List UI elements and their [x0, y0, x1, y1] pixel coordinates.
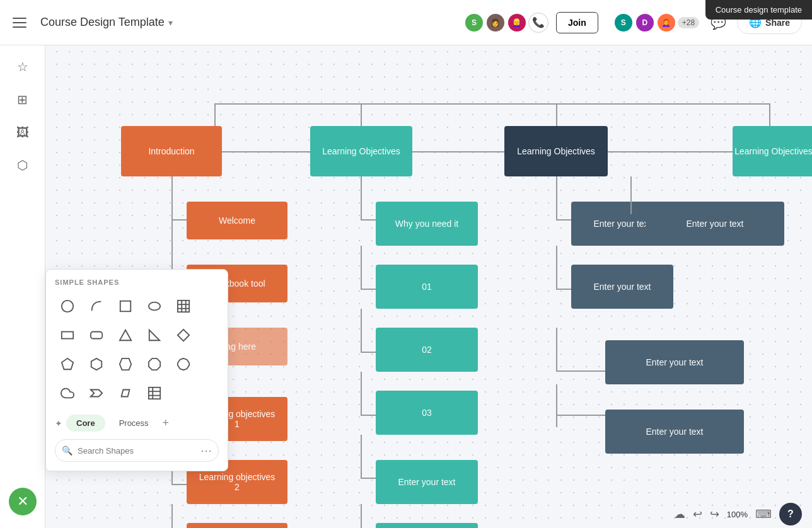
shapes-tool[interactable]: ⬡: [9, 151, 37, 179]
shape-chevron[interactable]: [84, 381, 109, 406]
enter2-node[interactable]: Enter your text: [376, 523, 478, 528]
cv-01: [361, 246, 362, 289]
help-button[interactable]: ?: [779, 503, 802, 525]
shape-rounded-rect[interactable]: [84, 323, 109, 348]
more-options-icon[interactable]: ⋯: [200, 444, 212, 457]
lo2-label: Learning Objectives: [517, 146, 595, 156]
close-button[interactable]: ✕: [9, 488, 37, 515]
welcome-node[interactable]: Welcome: [187, 202, 287, 239]
shape-triangle[interactable]: [113, 323, 138, 348]
svg-marker-11: [149, 330, 160, 341]
lo-item2-label: Learning objectives 2: [199, 472, 276, 492]
search-row: 🔍 ⋯: [55, 439, 219, 462]
intro-label: Introduction: [148, 146, 194, 156]
keyboard-icon[interactable]: ⌨: [755, 507, 772, 521]
left-sidebar: ☆ ⊞ 🖼 ⬡: [0, 45, 45, 528]
shape-hex2[interactable]: [113, 352, 138, 377]
enter6-node[interactable]: Enter your text: [605, 410, 744, 454]
lo3-node[interactable]: Learning Objectives: [733, 126, 812, 176]
why-node[interactable]: Why you need it: [376, 202, 478, 246]
svg-rect-9: [91, 332, 102, 339]
redo-icon[interactable]: ↪: [710, 507, 719, 521]
svg-marker-19: [122, 390, 130, 397]
shapes-tabs: ✦ Core Process +: [55, 415, 219, 432]
shape-octagon[interactable]: [142, 352, 167, 377]
shape-decagon[interactable]: [171, 352, 196, 377]
n02-node[interactable]: 02: [376, 328, 478, 372]
svg-rect-3: [178, 301, 189, 312]
enter1-node[interactable]: Enter your text: [376, 460, 478, 504]
tab-wand-icon[interactable]: ✦: [55, 418, 62, 428]
shape-grid[interactable]: [171, 294, 196, 319]
svg-rect-20: [149, 387, 160, 399]
cv-e3-3: [556, 328, 557, 370]
cv-top-big: [630, 176, 632, 214]
shape-table[interactable]: [142, 381, 167, 406]
n03-label: 03: [422, 408, 432, 418]
cv-et2: [361, 504, 362, 528]
search-input[interactable]: [78, 446, 195, 456]
svg-point-0: [62, 301, 73, 312]
svg-marker-10: [120, 330, 131, 341]
shape-diamond[interactable]: [171, 323, 196, 348]
cv-e3-1: [556, 176, 557, 219]
shape-rect[interactable]: [55, 323, 80, 348]
core-tab[interactable]: Core: [66, 415, 105, 432]
intro-node[interactable]: Introduction: [121, 126, 222, 176]
avatar-c: S: [613, 13, 634, 33]
svg-marker-12: [178, 330, 189, 341]
cv-lo3: [171, 504, 173, 528]
connector-h2: [410, 151, 511, 152]
shape-pentagon[interactable]: [55, 352, 80, 377]
enter7-label: Enter your text: [686, 219, 743, 229]
shape-circle[interactable]: [55, 294, 80, 319]
shape-right-triangle[interactable]: [142, 323, 167, 348]
enter7-node[interactable]: Enter your text: [646, 202, 784, 246]
shapes-grid: [55, 294, 219, 406]
svg-marker-18: [91, 390, 102, 397]
svg-marker-15: [120, 359, 131, 370]
shapes-panel: SIMPLE SHAPES ✦: [45, 269, 228, 471]
lo-item3-node[interactable]: Learning objectives 3: [187, 523, 287, 528]
n01-node[interactable]: 01: [376, 265, 478, 309]
shape-hexagon[interactable]: [84, 352, 109, 377]
shape-ellipse[interactable]: [142, 294, 167, 319]
enter4-label: Enter your text: [593, 282, 651, 292]
join-button[interactable]: Join: [556, 12, 598, 33]
canvas: Introduction Learning Objectives Learnin…: [0, 45, 812, 528]
add-tab-icon[interactable]: +: [163, 416, 170, 430]
svg-marker-13: [62, 359, 73, 369]
welcome-label: Welcome: [219, 215, 255, 226]
svg-rect-8: [62, 332, 73, 339]
header: Course Design Template ▾ S 👩 👱‍♀️ 📞 Join…: [0, 0, 812, 45]
shape-arc[interactable]: [84, 294, 109, 319]
svg-marker-16: [149, 359, 160, 370]
grid-tool[interactable]: ⊞: [9, 86, 37, 113]
why-label: Why you need it: [395, 219, 458, 229]
lo2-node[interactable]: Learning Objectives: [504, 126, 608, 176]
collaborators-left: S 👩 👱‍♀️ 📞: [464, 13, 548, 33]
n02-label: 02: [422, 345, 432, 355]
shape-cloud[interactable]: [55, 381, 80, 406]
svg-marker-14: [91, 359, 102, 370]
enter4-node[interactable]: Enter your text: [571, 265, 673, 309]
enter5-node[interactable]: Enter your text: [605, 340, 744, 384]
image-tool[interactable]: 🖼: [9, 118, 37, 146]
n03-node[interactable]: 03: [376, 391, 478, 435]
lo1-node[interactable]: Learning Objectives: [310, 126, 412, 176]
star-tool[interactable]: ☆: [9, 53, 37, 81]
enter3-label: Enter your text: [593, 219, 651, 229]
title-dropdown-icon[interactable]: ▾: [168, 18, 173, 28]
cloud-icon[interactable]: ☁: [674, 507, 685, 521]
hamburger-menu[interactable]: [10, 11, 33, 34]
phone-icon[interactable]: 📞: [528, 13, 548, 33]
process-tab[interactable]: Process: [109, 415, 159, 432]
document-title: Course Design Template ▾: [40, 16, 173, 29]
undo-icon[interactable]: ↩: [693, 507, 702, 521]
shape-parallelogram[interactable]: [113, 381, 138, 406]
lo3-label: Learning Objectives: [734, 146, 812, 156]
shape-square[interactable]: [113, 294, 138, 319]
tooltip: Course design template: [705, 0, 812, 20]
cv-why: [361, 176, 362, 219]
zoom-level: 100%: [727, 510, 748, 519]
